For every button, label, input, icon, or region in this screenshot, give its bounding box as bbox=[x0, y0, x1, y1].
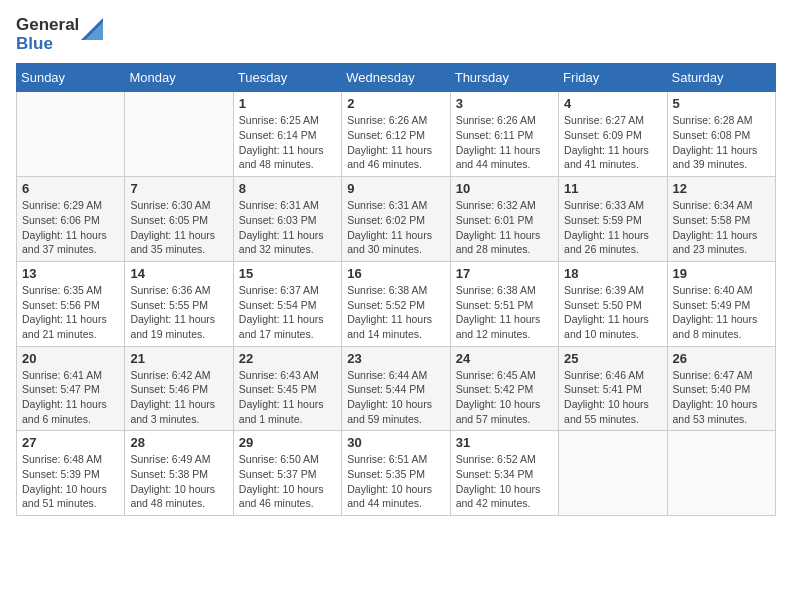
day-number: 2 bbox=[347, 96, 444, 111]
day-info: Sunrise: 6:43 AMSunset: 5:45 PMDaylight:… bbox=[239, 368, 336, 427]
calendar-week-3: 13Sunrise: 6:35 AMSunset: 5:56 PMDayligh… bbox=[17, 261, 776, 346]
calendar-cell: 29Sunrise: 6:50 AMSunset: 5:37 PMDayligh… bbox=[233, 431, 341, 516]
day-number: 13 bbox=[22, 266, 119, 281]
calendar-cell: 4Sunrise: 6:27 AMSunset: 6:09 PMDaylight… bbox=[559, 92, 667, 177]
calendar-cell: 20Sunrise: 6:41 AMSunset: 5:47 PMDayligh… bbox=[17, 346, 125, 431]
calendar-week-2: 6Sunrise: 6:29 AMSunset: 6:06 PMDaylight… bbox=[17, 177, 776, 262]
day-number: 19 bbox=[673, 266, 770, 281]
day-info: Sunrise: 6:42 AMSunset: 5:46 PMDaylight:… bbox=[130, 368, 227, 427]
calendar-header-monday: Monday bbox=[125, 64, 233, 92]
day-info: Sunrise: 6:47 AMSunset: 5:40 PMDaylight:… bbox=[673, 368, 770, 427]
calendar-header-tuesday: Tuesday bbox=[233, 64, 341, 92]
day-info: Sunrise: 6:45 AMSunset: 5:42 PMDaylight:… bbox=[456, 368, 553, 427]
day-number: 9 bbox=[347, 181, 444, 196]
calendar-header-sunday: Sunday bbox=[17, 64, 125, 92]
day-number: 20 bbox=[22, 351, 119, 366]
calendar-cell bbox=[125, 92, 233, 177]
calendar-cell: 24Sunrise: 6:45 AMSunset: 5:42 PMDayligh… bbox=[450, 346, 558, 431]
day-info: Sunrise: 6:31 AMSunset: 6:02 PMDaylight:… bbox=[347, 198, 444, 257]
calendar-cell: 6Sunrise: 6:29 AMSunset: 6:06 PMDaylight… bbox=[17, 177, 125, 262]
calendar-cell: 21Sunrise: 6:42 AMSunset: 5:46 PMDayligh… bbox=[125, 346, 233, 431]
day-info: Sunrise: 6:34 AMSunset: 5:58 PMDaylight:… bbox=[673, 198, 770, 257]
day-number: 18 bbox=[564, 266, 661, 281]
calendar-header-wednesday: Wednesday bbox=[342, 64, 450, 92]
calendar-cell: 7Sunrise: 6:30 AMSunset: 6:05 PMDaylight… bbox=[125, 177, 233, 262]
day-number: 17 bbox=[456, 266, 553, 281]
day-info: Sunrise: 6:35 AMSunset: 5:56 PMDaylight:… bbox=[22, 283, 119, 342]
day-number: 29 bbox=[239, 435, 336, 450]
day-info: Sunrise: 6:49 AMSunset: 5:38 PMDaylight:… bbox=[130, 452, 227, 511]
day-number: 16 bbox=[347, 266, 444, 281]
day-info: Sunrise: 6:44 AMSunset: 5:44 PMDaylight:… bbox=[347, 368, 444, 427]
day-info: Sunrise: 6:27 AMSunset: 6:09 PMDaylight:… bbox=[564, 113, 661, 172]
logo: General Blue bbox=[16, 16, 103, 53]
day-info: Sunrise: 6:50 AMSunset: 5:37 PMDaylight:… bbox=[239, 452, 336, 511]
day-number: 6 bbox=[22, 181, 119, 196]
calendar-cell: 11Sunrise: 6:33 AMSunset: 5:59 PMDayligh… bbox=[559, 177, 667, 262]
calendar-cell: 18Sunrise: 6:39 AMSunset: 5:50 PMDayligh… bbox=[559, 261, 667, 346]
calendar-cell: 28Sunrise: 6:49 AMSunset: 5:38 PMDayligh… bbox=[125, 431, 233, 516]
day-info: Sunrise: 6:33 AMSunset: 5:59 PMDaylight:… bbox=[564, 198, 661, 257]
day-number: 4 bbox=[564, 96, 661, 111]
logo-arrow-icon bbox=[81, 18, 103, 40]
day-info: Sunrise: 6:46 AMSunset: 5:41 PMDaylight:… bbox=[564, 368, 661, 427]
calendar-cell bbox=[17, 92, 125, 177]
calendar-header-friday: Friday bbox=[559, 64, 667, 92]
logo-general-text: General bbox=[16, 16, 79, 35]
day-number: 1 bbox=[239, 96, 336, 111]
calendar-cell: 15Sunrise: 6:37 AMSunset: 5:54 PMDayligh… bbox=[233, 261, 341, 346]
day-number: 25 bbox=[564, 351, 661, 366]
day-number: 14 bbox=[130, 266, 227, 281]
logo-blue-text: Blue bbox=[16, 35, 79, 54]
calendar-table: SundayMondayTuesdayWednesdayThursdayFrid… bbox=[16, 63, 776, 516]
logo: General Blue bbox=[16, 16, 103, 53]
day-number: 22 bbox=[239, 351, 336, 366]
calendar-cell: 25Sunrise: 6:46 AMSunset: 5:41 PMDayligh… bbox=[559, 346, 667, 431]
day-info: Sunrise: 6:26 AMSunset: 6:11 PMDaylight:… bbox=[456, 113, 553, 172]
calendar-cell: 12Sunrise: 6:34 AMSunset: 5:58 PMDayligh… bbox=[667, 177, 775, 262]
calendar-cell bbox=[667, 431, 775, 516]
day-number: 26 bbox=[673, 351, 770, 366]
day-number: 5 bbox=[673, 96, 770, 111]
calendar-cell: 31Sunrise: 6:52 AMSunset: 5:34 PMDayligh… bbox=[450, 431, 558, 516]
day-info: Sunrise: 6:39 AMSunset: 5:50 PMDaylight:… bbox=[564, 283, 661, 342]
day-number: 21 bbox=[130, 351, 227, 366]
day-info: Sunrise: 6:38 AMSunset: 5:52 PMDaylight:… bbox=[347, 283, 444, 342]
calendar-header-thursday: Thursday bbox=[450, 64, 558, 92]
day-number: 10 bbox=[456, 181, 553, 196]
calendar-cell: 19Sunrise: 6:40 AMSunset: 5:49 PMDayligh… bbox=[667, 261, 775, 346]
day-number: 28 bbox=[130, 435, 227, 450]
calendar-cell: 3Sunrise: 6:26 AMSunset: 6:11 PMDaylight… bbox=[450, 92, 558, 177]
day-info: Sunrise: 6:36 AMSunset: 5:55 PMDaylight:… bbox=[130, 283, 227, 342]
calendar-cell: 17Sunrise: 6:38 AMSunset: 5:51 PMDayligh… bbox=[450, 261, 558, 346]
calendar-week-5: 27Sunrise: 6:48 AMSunset: 5:39 PMDayligh… bbox=[17, 431, 776, 516]
day-number: 24 bbox=[456, 351, 553, 366]
day-info: Sunrise: 6:40 AMSunset: 5:49 PMDaylight:… bbox=[673, 283, 770, 342]
calendar-header-saturday: Saturday bbox=[667, 64, 775, 92]
day-number: 11 bbox=[564, 181, 661, 196]
calendar-cell: 8Sunrise: 6:31 AMSunset: 6:03 PMDaylight… bbox=[233, 177, 341, 262]
calendar-cell bbox=[559, 431, 667, 516]
day-info: Sunrise: 6:48 AMSunset: 5:39 PMDaylight:… bbox=[22, 452, 119, 511]
day-number: 15 bbox=[239, 266, 336, 281]
day-info: Sunrise: 6:28 AMSunset: 6:08 PMDaylight:… bbox=[673, 113, 770, 172]
day-info: Sunrise: 6:32 AMSunset: 6:01 PMDaylight:… bbox=[456, 198, 553, 257]
calendar-cell: 10Sunrise: 6:32 AMSunset: 6:01 PMDayligh… bbox=[450, 177, 558, 262]
day-info: Sunrise: 6:30 AMSunset: 6:05 PMDaylight:… bbox=[130, 198, 227, 257]
day-number: 3 bbox=[456, 96, 553, 111]
calendar-header-row: SundayMondayTuesdayWednesdayThursdayFrid… bbox=[17, 64, 776, 92]
day-number: 27 bbox=[22, 435, 119, 450]
day-info: Sunrise: 6:29 AMSunset: 6:06 PMDaylight:… bbox=[22, 198, 119, 257]
calendar-cell: 9Sunrise: 6:31 AMSunset: 6:02 PMDaylight… bbox=[342, 177, 450, 262]
calendar-week-4: 20Sunrise: 6:41 AMSunset: 5:47 PMDayligh… bbox=[17, 346, 776, 431]
day-number: 12 bbox=[673, 181, 770, 196]
day-info: Sunrise: 6:52 AMSunset: 5:34 PMDaylight:… bbox=[456, 452, 553, 511]
calendar-cell: 5Sunrise: 6:28 AMSunset: 6:08 PMDaylight… bbox=[667, 92, 775, 177]
day-info: Sunrise: 6:31 AMSunset: 6:03 PMDaylight:… bbox=[239, 198, 336, 257]
day-number: 31 bbox=[456, 435, 553, 450]
day-info: Sunrise: 6:38 AMSunset: 5:51 PMDaylight:… bbox=[456, 283, 553, 342]
day-number: 7 bbox=[130, 181, 227, 196]
day-info: Sunrise: 6:26 AMSunset: 6:12 PMDaylight:… bbox=[347, 113, 444, 172]
calendar-cell: 23Sunrise: 6:44 AMSunset: 5:44 PMDayligh… bbox=[342, 346, 450, 431]
calendar-cell: 16Sunrise: 6:38 AMSunset: 5:52 PMDayligh… bbox=[342, 261, 450, 346]
